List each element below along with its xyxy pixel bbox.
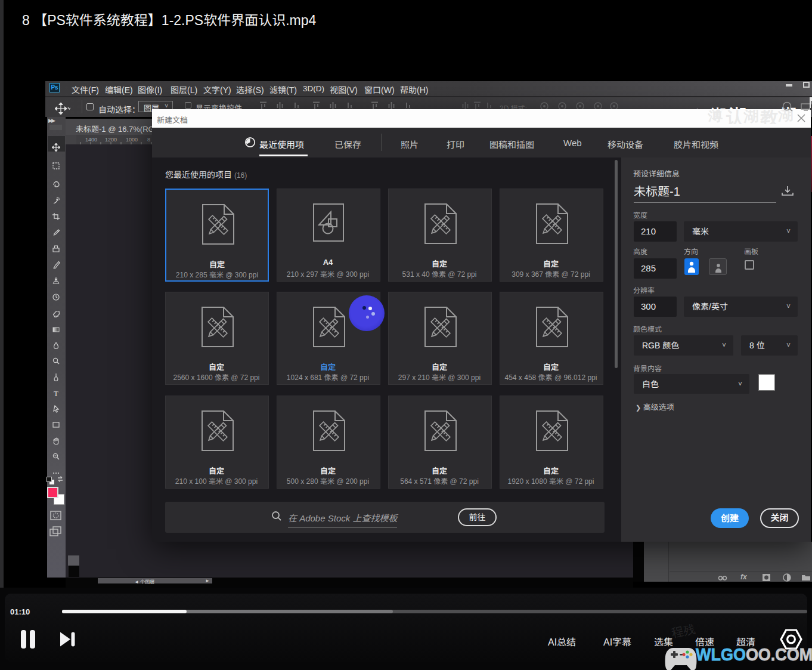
svg-text:T: T <box>54 389 58 397</box>
